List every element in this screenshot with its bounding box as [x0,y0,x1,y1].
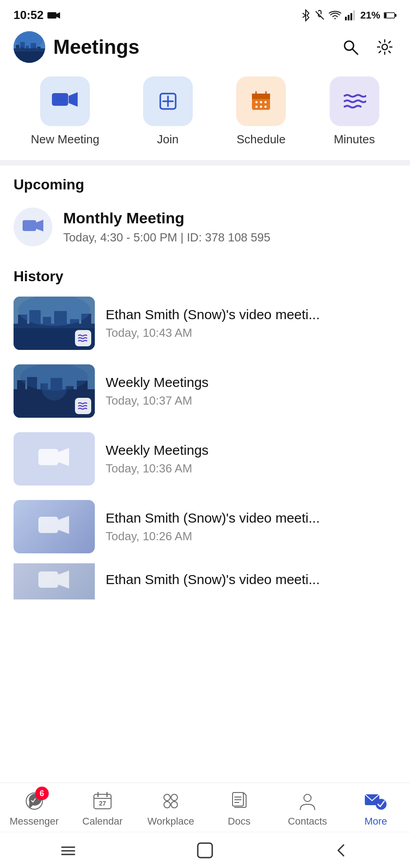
svg-rect-67 [38,571,58,588]
history-item[interactable]: Weekly Meetings Today, 10:36 AM [0,428,410,490]
calendar-label: Calendar [82,816,122,827]
wifi-icon [329,10,341,20]
svg-rect-7 [350,13,352,20]
history-info-3: Weekly Meetings Today, 10:36 AM [106,443,396,476]
mute-icon [314,10,325,21]
history-item[interactable]: Weekly Meetings Today, 10:37 AM [0,360,410,422]
new-meeting-action[interactable]: New Meeting [31,76,99,146]
history-item[interactable]: Ethan Smith (Snow)'s video meeti... [0,563,410,599]
minutes-icon [343,91,366,111]
camera-status-icon [47,11,60,20]
calendar-icon: 27 [92,791,113,811]
history-item-time-3: Today, 10:36 AM [106,462,396,476]
workplace-icon [160,791,181,811]
history-item-time-2: Today, 10:37 AM [106,394,396,408]
join-label: Join [157,132,179,146]
svg-point-35 [256,101,258,104]
workplace-label: Workplace [148,816,195,827]
system-nav-bar [0,832,410,868]
history-item-title-3: Weekly Meetings [106,443,396,458]
svg-marker-1 [56,12,60,19]
messenger-badge: 6 [35,787,49,800]
history-thumb-3 [14,432,95,486]
history-item[interactable]: Ethan Smith (Snow)'s video meeti... Toda… [0,495,410,558]
upcoming-item[interactable]: Monthly Meeting Today, 4:30 - 5:00 PM | … [0,200,410,257]
minutes-small-icon-2 [78,401,89,410]
schedule-label: Schedule [237,132,285,146]
sys-nav-back[interactable] [324,839,360,862]
header-icons [339,35,396,59]
nav-workplace[interactable]: Workplace [144,789,198,827]
video-thumb-icon-4 [38,514,70,539]
svg-rect-32 [252,94,270,99]
svg-marker-66 [58,516,69,534]
schedule-button[interactable] [236,76,286,126]
svg-rect-5 [345,17,347,20]
history-item-time-1: Today, 10:43 AM [106,326,396,340]
nav-docs[interactable]: Docs [212,789,266,827]
docs-label: Docs [228,816,251,827]
svg-point-76 [171,794,177,801]
join-button[interactable] [143,76,193,126]
bluetooth-icon [301,9,311,22]
minutes-button[interactable] [330,76,379,126]
svg-line-2 [303,13,306,15]
header-left: Meetings [14,31,140,63]
gear-icon [376,38,394,56]
nav-more[interactable]: More [349,789,403,827]
schedule-action[interactable]: Schedule [236,76,286,146]
svg-point-85 [376,799,387,810]
nav-contacts[interactable]: Contacts [280,789,335,827]
history-thumb-5 [14,563,95,599]
history-info-2: Weekly Meetings Today, 10:37 AM [106,375,396,408]
video-thumb-icon-5 [38,569,70,594]
section-divider [0,160,410,165]
svg-point-83 [304,794,311,802]
docs-icon [229,791,250,811]
svg-marker-68 [58,571,69,589]
sys-nav-home[interactable] [187,839,223,862]
svg-point-37 [265,101,267,104]
history-item-title-1: Ethan Smith (Snow)'s video meeti... [106,307,396,322]
status-time: 10:52 [14,8,60,22]
new-meeting-button[interactable] [40,76,90,126]
svg-marker-26 [69,92,78,107]
messenger-icon-container: 6 [23,789,46,813]
minutes-action[interactable]: Minutes [330,76,379,146]
svg-point-40 [265,106,267,108]
more-label: More [364,816,387,827]
upcoming-meeting-info: Monthly Meeting Today, 4:30 - 5:00 PM | … [63,209,270,245]
avatar[interactable] [14,31,45,63]
history-thumb-2 [14,364,95,418]
history-item-title-5: Ethan Smith (Snow)'s video meeti... [106,572,396,587]
svg-point-39 [260,106,262,108]
battery-icon [384,12,396,19]
svg-point-77 [164,802,170,808]
calendar-icon-container: 27 [91,789,114,813]
schedule-icon [250,90,272,113]
svg-line-4 [316,11,324,19]
status-bar: 10:52 21% [0,0,410,27]
svg-line-23 [352,49,358,54]
minutes-label: Minutes [334,132,375,146]
nav-messenger[interactable]: 6 Messenger [7,789,61,827]
svg-point-24 [382,44,387,50]
minutes-badge-1 [75,330,91,346]
video-icon [23,219,43,235]
svg-point-20 [16,32,43,48]
search-button[interactable] [339,35,362,59]
sys-nav-recents[interactable] [50,839,86,862]
history-item-title-4: Ethan Smith (Snow)'s video meeti... [106,510,396,526]
action-grid: New Meeting Join [0,72,410,160]
settings-button[interactable] [373,35,396,59]
svg-rect-8 [353,10,355,20]
join-action[interactable]: Join [143,76,193,146]
messenger-label: Messenger [9,816,59,827]
bottom-nav: 6 Messenger 27 Calendar Workplace [0,783,410,832]
workplace-icon-container [159,789,182,813]
upcoming-meeting-detail: Today, 4:30 - 5:00 PM | ID: 378 108 595 [63,231,270,245]
svg-line-3 [303,15,306,18]
svg-text:27: 27 [99,800,106,807]
nav-calendar[interactable]: 27 Calendar [75,789,130,827]
history-item[interactable]: Ethan Smith (Snow)'s video meeti... Toda… [0,292,410,354]
